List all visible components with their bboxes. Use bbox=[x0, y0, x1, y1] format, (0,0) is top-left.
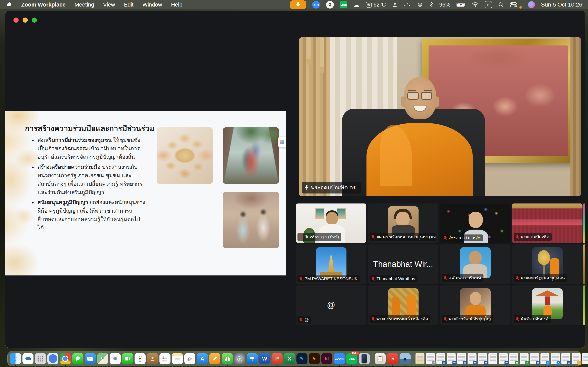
dock-document-word[interactable]: W bbox=[436, 353, 445, 364]
grammarly-icon[interactable]: G bbox=[326, 1, 334, 8]
dock-document-pages[interactable]: P bbox=[572, 353, 581, 364]
dock-safari[interactable] bbox=[47, 353, 58, 364]
dock-reminders[interactable] bbox=[159, 353, 171, 364]
participant-tile[interactable]: พระจิราวัฒน์ จิรปุญฺโญ bbox=[440, 285, 510, 325]
dock-mail[interactable] bbox=[85, 353, 96, 364]
zoom-menubar-icon[interactable]: zm bbox=[312, 1, 320, 8]
dock-document-word[interactable]: W bbox=[561, 353, 570, 364]
dock-document-word[interactable]: W bbox=[478, 353, 487, 364]
user-switch-icon[interactable] bbox=[392, 2, 398, 8]
dock-document-word[interactable]: W bbox=[530, 353, 539, 364]
slide-bullet-list: ส่งเสริมการมีส่วนร่วมของชุมชน ให้ชุมชนซึ… bbox=[31, 136, 146, 234]
line-menubar-icon[interactable]: LINE bbox=[340, 1, 347, 8]
dock-zoom[interactable]: zoom bbox=[334, 353, 345, 364]
dock-desktop-preview-app[interactable] bbox=[399, 353, 411, 364]
participant-tile[interactable]: ✨•v a n i d a•✨ bbox=[440, 203, 510, 243]
dock-document-numbers[interactable]: N bbox=[520, 353, 528, 364]
dock-line[interactable]: LINE999+ bbox=[346, 353, 357, 364]
wifi-icon[interactable] bbox=[472, 2, 479, 7]
menu-view[interactable]: View bbox=[103, 2, 115, 8]
dock-document-pdf[interactable]: PDF bbox=[426, 353, 435, 364]
dock-red-diamond-app[interactable] bbox=[387, 353, 398, 364]
screen-mirroring-icon[interactable] bbox=[417, 2, 423, 8]
dock-chrome[interactable] bbox=[60, 353, 71, 364]
dock-maps[interactable] bbox=[97, 353, 108, 364]
menu-meeting[interactable]: Meeting bbox=[75, 2, 94, 8]
menu-window[interactable]: Window bbox=[143, 2, 162, 8]
cloud-icon[interactable]: ☁ bbox=[354, 1, 360, 8]
bluetooth-icon[interactable] bbox=[429, 2, 433, 8]
mic-muted-icon bbox=[515, 235, 519, 239]
participant-tile[interactable]: PM.PAWARET KESONSUK bbox=[296, 244, 366, 284]
fullscreen-button[interactable] bbox=[32, 17, 37, 23]
participant-tile[interactable]: พันทิวา ตันยงค์ bbox=[512, 285, 582, 325]
eyebrow bbox=[424, 90, 432, 91]
control-center-icon[interactable] bbox=[510, 2, 517, 8]
dock-facetime[interactable] bbox=[122, 353, 133, 364]
dock-finder[interactable] bbox=[10, 353, 21, 364]
temperature-widget[interactable]: 62°C bbox=[366, 2, 386, 8]
speaker-name-tag: พระอุดมบัณฑิต ดร. bbox=[302, 182, 361, 193]
participant-tile[interactable]: พระกรรณพรหมณ์ เหลืองศิล bbox=[368, 285, 438, 325]
dock-photos[interactable] bbox=[110, 353, 121, 364]
dock-document-word[interactable]: W bbox=[499, 353, 508, 364]
dock-photoshop[interactable]: Ps bbox=[296, 353, 307, 364]
participant-tile[interactable]: กัณฑ์ธราวุธ (ภัทร์) bbox=[296, 203, 366, 243]
menu-help[interactable]: Help bbox=[171, 2, 182, 8]
dock-document-word[interactable]: W bbox=[457, 353, 466, 364]
dock-notes[interactable] bbox=[172, 353, 183, 364]
dock-document-word[interactable]: W bbox=[447, 353, 456, 364]
participant-tile[interactable]: @ @ bbox=[296, 285, 366, 325]
dock-messages[interactable] bbox=[72, 353, 83, 364]
slide-side-panel-button[interactable] bbox=[278, 137, 286, 147]
dock-powerpoint[interactable]: P bbox=[272, 353, 283, 364]
participant-tile[interactable]: เฉลิมพล สารีนนท์ bbox=[440, 244, 510, 284]
battery-percent: 96% bbox=[439, 2, 450, 8]
spotlight-icon[interactable] bbox=[498, 2, 504, 8]
dock-calendar[interactable]: OCT5 bbox=[135, 353, 146, 364]
participant-name-label: พระอุดมบัณฑิต bbox=[514, 233, 552, 241]
dock-document-poster[interactable] bbox=[415, 353, 424, 364]
dock-minimized-zoom-window[interactable] bbox=[582, 353, 588, 364]
dock-onedrive[interactable] bbox=[22, 353, 34, 364]
dock-system-settings[interactable] bbox=[234, 353, 245, 364]
menu-edit[interactable]: Edit bbox=[124, 2, 134, 8]
participant-tile[interactable]: พระอุดมบัณฑิต bbox=[512, 203, 582, 243]
dock-illustrator[interactable]: Ai bbox=[309, 353, 320, 364]
apple-menu-icon[interactable] bbox=[7, 2, 12, 8]
dock-word[interactable]: W bbox=[259, 353, 270, 364]
dock-launchpad[interactable] bbox=[35, 353, 46, 364]
mic-in-use-indicator[interactable] bbox=[290, 0, 306, 9]
dock-freeform[interactable] bbox=[184, 353, 195, 364]
dock-clipboard-stats-app[interactable] bbox=[375, 353, 386, 364]
siri-icon[interactable] bbox=[528, 1, 535, 8]
trackpad-dots-icon[interactable] bbox=[404, 3, 411, 7]
dock-document-notes[interactable] bbox=[488, 353, 497, 364]
menu-bar: Zoom Workplace Meeting View Edit Window … bbox=[0, 0, 588, 9]
menu-app-name[interactable]: Zoom Workplace bbox=[21, 2, 66, 8]
ear bbox=[401, 96, 406, 107]
close-button[interactable] bbox=[13, 17, 18, 23]
battery-icon[interactable] bbox=[457, 2, 466, 7]
dock-excel[interactable]: X bbox=[284, 353, 295, 364]
dock-contacts[interactable] bbox=[147, 353, 158, 364]
dock-numbers[interactable] bbox=[222, 353, 233, 364]
participant-tile[interactable]: ผศ.ดร.ขวัญชนก เหล่าสุนทร (มจ... bbox=[368, 203, 438, 243]
dock-document-keynote[interactable]: K bbox=[540, 353, 549, 364]
dock-iphone-mirroring[interactable] bbox=[359, 353, 370, 364]
dock-indesign[interactable]: Id bbox=[321, 353, 332, 364]
active-speaker-video[interactable]: พระอุดมบัณฑิต ดร. bbox=[299, 37, 581, 196]
shared-screen-slide: การสร้างความร่วมมือและการมีส่วนร่วม ส่งเ… bbox=[5, 111, 286, 275]
participant-tile[interactable]: พระมหารัฏฐพล บุญสอน bbox=[512, 244, 582, 284]
menubar-clock[interactable]: Sun 5 Oct 10:26 bbox=[541, 1, 582, 8]
dock-app-store[interactable]: A bbox=[197, 353, 208, 364]
minimize-button[interactable] bbox=[23, 17, 28, 23]
notion-icon[interactable]: n bbox=[485, 1, 492, 8]
mic-muted-icon bbox=[371, 235, 375, 239]
dock-pages[interactable] bbox=[209, 353, 220, 364]
dock-keynote[interactable] bbox=[247, 353, 258, 364]
dock-document-keynote[interactable]: K bbox=[551, 353, 560, 364]
dock-document-word[interactable]: W bbox=[467, 353, 476, 364]
dock-document-numbers[interactable]: N bbox=[509, 353, 518, 364]
participant-tile[interactable]: Thanabhat Wir... Thanabhat Wirothus bbox=[368, 244, 438, 284]
